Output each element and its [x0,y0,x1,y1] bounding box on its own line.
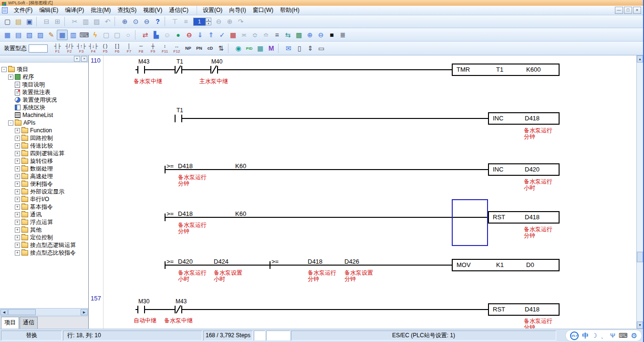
step-forward-icon[interactable]: ⊕ [224,16,235,27]
ime-keyboard-icon[interactable]: ⌨ [619,332,628,339]
pin-icon[interactable]: ▪ [74,56,80,62]
ime-punct-icon[interactable]: 、 [601,331,607,340]
menu-item[interactable]: 向导(I) [226,5,249,15]
horizontal-line-button[interactable]: ─F8 [135,42,147,54]
comment-bubble-icon[interactable]: ▢ [101,30,112,40]
run-icon[interactable]: ● [173,30,184,40]
device-type-combo[interactable] [29,44,48,53]
instruction-view-icon[interactable]: ▤ [13,30,24,40]
instruction-box-rst-d418-2[interactable]: RST D418 [488,303,560,316]
menu-item[interactable]: 视图(V) [140,5,166,15]
print-icon[interactable]: ⊟ [41,16,52,27]
black-block-icon[interactable]: ■ [326,30,337,40]
restore-button[interactable]: □ [624,7,632,14]
upload-icon[interactable]: ⇑ [206,30,217,40]
expand-icon[interactable]: + [15,235,20,240]
keypad-icon[interactable]: ⌨ [79,30,90,40]
menu-item[interactable]: 文件(F) [10,5,36,15]
compare-contact-leg[interactable] [270,261,270,269]
delete-row-button[interactable]: ↔F12 [171,42,183,54]
compare-contact-leg[interactable] [165,214,166,221]
align-icon[interactable]: ≡ [271,30,282,40]
instruction-box-rst-d418[interactable]: RST D418 [488,211,560,224]
expand-icon[interactable]: + [15,197,20,202]
contact-T1-nc[interactable] [175,66,182,74]
menu-item[interactable]: 编辑(E) [36,5,62,15]
card-icon[interactable]: ▯ [294,43,305,53]
ime-mic-icon[interactable]: Ψ [610,332,615,339]
tree-item[interactable]: MachineList [0,111,88,119]
compare-contact-leg[interactable] [165,166,166,173]
instruction-box-mov[interactable]: MOV K1 D0 [452,259,560,271]
expand-icon[interactable]: + [15,227,20,233]
contact-no-button[interactable]: ┤├F1 [52,42,63,54]
insert-row-button[interactable]: ↕F11 [159,42,171,54]
tree-item[interactable]: +其他 [0,226,88,234]
scroll-right-icon[interactable]: ▶ [81,309,88,315]
expand-icon[interactable]: + [15,189,20,194]
ime-logo-icon[interactable]: iFLY [570,331,579,340]
tree-item[interactable]: 项目说明 [0,81,88,88]
counter-icon[interactable]: cD [205,43,216,53]
scroll-up-icon[interactable]: ▲ [637,55,643,63]
minimize-button[interactable]: — [615,7,623,14]
expand-icon[interactable]: + [15,204,20,210]
tree-item[interactable]: +便利指令 [0,180,88,188]
edit-comment-icon[interactable]: ✎ [46,30,57,40]
ime-lang-icon[interactable]: 中 [582,331,588,340]
new-file-icon[interactable]: ▢ [2,16,13,27]
menu-item[interactable]: 查找(S) [114,5,140,15]
blocks-icon[interactable]: ▙ [151,30,162,40]
image-icon[interactable]: ▩ [293,30,304,40]
expand-icon[interactable]: + [15,212,20,217]
tree-item[interactable]: +数据处理 [0,165,88,172]
contact-T1[interactable] [175,115,182,122]
expand-icon[interactable]: + [15,174,20,179]
tree-item[interactable]: +接点型态比较指令 [0,249,88,256]
step-back-icon[interactable]: ⊖ [213,16,224,27]
disabled-circle-icon[interactable]: ○ [123,30,134,40]
contact-nc-button[interactable]: ┤/├F2 [63,42,75,54]
spin-down-icon[interactable]: ▼ [206,21,211,25]
scroll-thumb[interactable] [637,252,643,262]
tree-item[interactable]: +外部设定显示 [0,188,88,195]
panel-close-icon[interactable]: × [81,56,87,62]
instruction-box-inc-d420[interactable]: INC D420 [488,163,560,176]
tree-item[interactable]: +回路控制 [0,134,88,142]
ladder-editor[interactable]: 110 157 M43 备水泵中继 T1 M40 主水泵中继 TMR T1 K6… [89,55,636,329]
ladder-view-icon[interactable]: ▦ [2,30,13,40]
open-file-icon[interactable]: ▤ [13,16,24,27]
menu-item[interactable]: 帮助(H) [277,5,303,15]
zoom2-out-icon[interactable]: ⊖ [315,30,326,40]
tree-item[interactable]: +串行I/O [0,195,88,203]
menu-item[interactable]: 编译(P) [62,5,87,15]
menu-item[interactable]: 窗口(W) [249,5,277,15]
expand-icon[interactable]: + [15,143,20,149]
save-icon[interactable]: ▣ [24,16,35,27]
goto-top-icon[interactable]: ⊤ [169,16,180,27]
goto-label-icon[interactable]: ≡ [180,16,191,27]
zoom-in-icon[interactable]: ⊕ [119,16,130,27]
scroll-down-icon[interactable]: ▼ [637,321,643,329]
zoom-icon[interactable]: ⊙ [130,16,141,27]
tree-item[interactable]: 装置使用状况 [0,96,88,104]
verify-icon[interactable]: ✓ [217,30,228,40]
tree-item[interactable]: +Function [0,127,88,134]
zoom-out-icon[interactable]: ⊖ [141,16,152,27]
stop-icon[interactable]: ⊖ [184,30,195,40]
compare-contact-leg[interactable] [165,261,166,269]
falling-edge-button[interactable]: ┤↓├F4 [87,42,99,54]
close-button[interactable]: × [633,7,641,14]
api-dot-icon[interactable]: ◉ [233,43,244,53]
menu-item[interactable]: 设置(O) [197,5,226,15]
ladder-small-icon[interactable]: ≣ [337,30,348,40]
instruction-box-inc-d418[interactable]: INC D418 [488,112,560,125]
smiley-icon[interactable]: ☺ [162,30,173,40]
comment-view-icon[interactable]: ▨ [35,30,46,40]
tree-item[interactable]: +传送比较 [0,142,88,150]
pn-contact-icon[interactable]: PN [194,43,205,53]
vertical-line-button[interactable]: │F7 [123,42,135,54]
menu-item[interactable]: 通信(C) [166,5,192,15]
tree-item[interactable]: +定位控制 [0,234,88,241]
contact-M43-nc[interactable] [175,306,182,313]
